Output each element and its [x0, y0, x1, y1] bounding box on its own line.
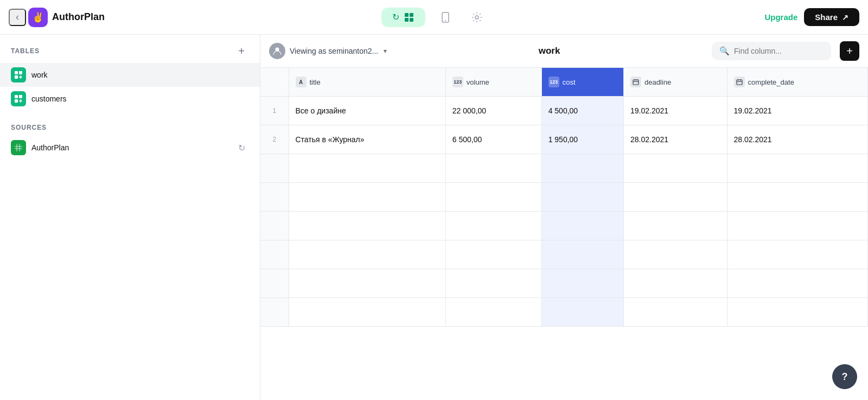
- cell-volume[interactable]: [445, 269, 541, 298]
- table-view-button[interactable]: ↻: [381, 8, 425, 27]
- cell-complete_date[interactable]: [727, 212, 867, 240]
- cell-cost[interactable]: [541, 154, 623, 183]
- cell-cost[interactable]: [541, 212, 623, 240]
- svg-rect-13: [19, 95, 22, 98]
- cell-title[interactable]: [289, 212, 445, 240]
- row-number-cell: [260, 269, 289, 298]
- cell-cost[interactable]: [541, 269, 623, 298]
- cell-cost[interactable]: [541, 240, 623, 269]
- col-header-deadline: deadline: [623, 68, 727, 97]
- cell-title[interactable]: [289, 183, 445, 212]
- cell-deadline[interactable]: [623, 183, 727, 212]
- cell-cost[interactable]: [541, 298, 623, 327]
- back-button[interactable]: ‹: [9, 9, 26, 26]
- settings-view-button[interactable]: [465, 6, 488, 29]
- cell-cost[interactable]: 1 950,00: [541, 125, 623, 154]
- table-icon-customers: [14, 94, 23, 103]
- viewer-chevron-icon: ▾: [384, 47, 387, 55]
- share-button[interactable]: Share ↗: [804, 8, 859, 26]
- cell-deadline[interactable]: [623, 298, 727, 327]
- row-number-cell: [260, 154, 289, 183]
- cell-complete_date[interactable]: [727, 154, 867, 183]
- cell-cost[interactable]: 4 500,00: [541, 97, 623, 125]
- viewer-info[interactable]: Viewing as seminanton2... ▾: [269, 43, 387, 59]
- sheets-icon: [11, 140, 26, 155]
- svg-rect-8: [19, 71, 22, 74]
- cell-deadline[interactable]: [623, 269, 727, 298]
- sources-section: SOURCES AuthorPlan ↻: [0, 124, 260, 160]
- svg-rect-14: [15, 99, 18, 103]
- col-header-cost: 123 cost: [541, 68, 623, 97]
- table-row: [260, 240, 868, 269]
- table-row: 1Все о дизайне22 000,004 500,0019.02.202…: [260, 97, 868, 125]
- cell-title[interactable]: [289, 154, 445, 183]
- mobile-icon: [439, 11, 451, 23]
- cell-complete_date[interactable]: [727, 269, 867, 298]
- cell-volume[interactable]: [445, 154, 541, 183]
- source-refresh-button[interactable]: ↻: [234, 140, 249, 155]
- sidebar-item-work[interactable]: work: [0, 63, 260, 87]
- cell-complete_date[interactable]: [727, 298, 867, 327]
- cell-title[interactable]: [289, 298, 445, 327]
- cell-title[interactable]: [289, 240, 445, 269]
- cell-deadline[interactable]: 19.02.2021: [623, 97, 727, 125]
- cell-complete_date[interactable]: [727, 240, 867, 269]
- svg-rect-7: [15, 71, 18, 74]
- sources-section-header: SOURCES: [0, 124, 260, 136]
- upgrade-button[interactable]: Upgrade: [764, 12, 797, 22]
- add-table-button[interactable]: +: [234, 43, 249, 59]
- help-button[interactable]: ?: [832, 364, 857, 389]
- col-label-cost: cost: [563, 78, 576, 86]
- col-label-complete-date: complete_date: [748, 78, 794, 86]
- content-header: Viewing as seminanton2... ▾ work 🔍 +: [260, 35, 868, 68]
- cell-deadline[interactable]: [623, 212, 727, 240]
- table-row: [260, 269, 868, 298]
- cell-volume[interactable]: 22 000,00: [445, 97, 541, 125]
- gear-icon: [471, 11, 483, 23]
- search-box: 🔍: [712, 42, 831, 60]
- cell-volume[interactable]: [445, 298, 541, 327]
- cell-title[interactable]: Все о дизайне: [289, 97, 445, 125]
- search-input[interactable]: [734, 47, 821, 55]
- cell-volume[interactable]: [445, 212, 541, 240]
- sidebar-item-work-label: work: [31, 71, 48, 79]
- cell-title[interactable]: [289, 269, 445, 298]
- cell-complete_date[interactable]: 19.02.2021: [727, 97, 867, 125]
- type-icon-complete-date: [734, 77, 745, 87]
- cell-complete_date[interactable]: [727, 183, 867, 212]
- cell-deadline[interactable]: 28.02.2021: [623, 125, 727, 154]
- grid-icon: [404, 12, 414, 23]
- row-number-cell: 1: [260, 97, 289, 125]
- row-number-cell: 2: [260, 125, 289, 154]
- col-header-title: A title: [289, 68, 445, 97]
- svg-rect-27: [737, 80, 742, 85]
- svg-point-6: [475, 16, 478, 19]
- top-nav: ‹ ✌️ AuthorPlan ↻: [0, 0, 868, 35]
- col-label-title: title: [310, 78, 321, 86]
- table-row: [260, 183, 868, 212]
- tables-section-header: TABLES +: [0, 43, 260, 63]
- sidebar-item-customers[interactable]: customers: [0, 87, 260, 111]
- cell-volume[interactable]: [445, 183, 541, 212]
- app-name: AuthorPlan: [52, 11, 105, 23]
- cell-cost[interactable]: [541, 183, 623, 212]
- source-left: AuthorPlan: [11, 140, 69, 155]
- add-column-button[interactable]: +: [840, 41, 859, 61]
- mobile-view-button[interactable]: [434, 6, 457, 29]
- sources-section-title: SOURCES: [11, 124, 47, 131]
- cell-deadline[interactable]: [623, 154, 727, 183]
- cell-complete_date[interactable]: 28.02.2021: [727, 125, 867, 154]
- table-plus-icon: [14, 71, 23, 79]
- row-number-cell: [260, 240, 289, 269]
- refresh-icon: ↻: [392, 12, 399, 22]
- cell-volume[interactable]: 6 500,00: [445, 125, 541, 154]
- cell-title[interactable]: Статья в «Журнал»: [289, 125, 445, 154]
- svg-rect-12: [15, 95, 18, 98]
- cell-deadline[interactable]: [623, 240, 727, 269]
- cell-volume[interactable]: [445, 240, 541, 269]
- logo-icon: ✌️: [28, 8, 48, 27]
- svg-point-5: [445, 20, 446, 21]
- app-logo: ✌️ AuthorPlan: [28, 8, 105, 27]
- content-area: Viewing as seminanton2... ▾ work 🔍 + A: [260, 35, 868, 400]
- table-row: [260, 298, 868, 327]
